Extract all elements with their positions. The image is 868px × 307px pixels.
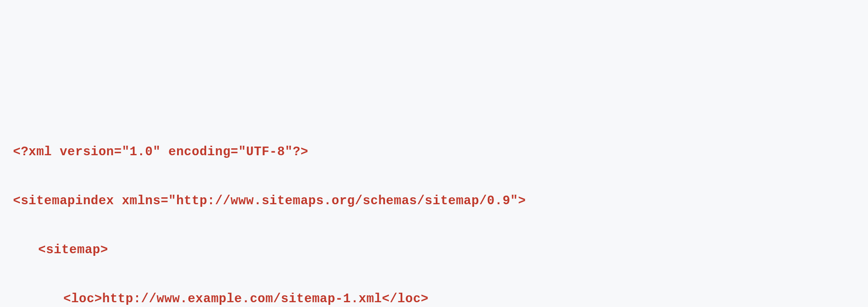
loc-line: <loc>http://www.example.com/sitemap-1.xm… <box>13 287 855 307</box>
sitemap-open-line: <sitemap> <box>13 238 855 263</box>
xml-code-block: <?xml version="1.0" encoding="UTF-8"?> <… <box>13 115 855 307</box>
sitemapindex-open-line: <sitemapindex xmlns="http://www.sitemaps… <box>13 189 855 214</box>
xml-declaration-line: <?xml version="1.0" encoding="UTF-8"?> <box>13 140 855 165</box>
